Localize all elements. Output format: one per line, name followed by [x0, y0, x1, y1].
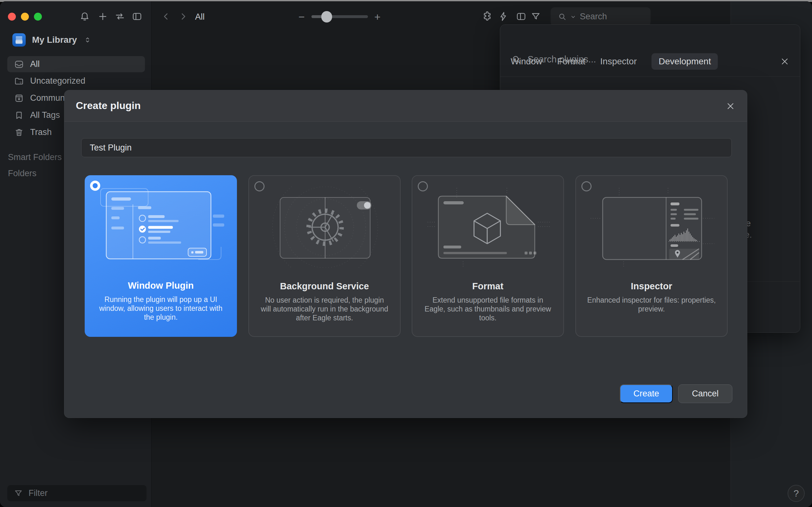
window-zoom-button[interactable] — [34, 13, 42, 20]
zoom-out-button[interactable]: − — [299, 11, 305, 23]
window-minimize-button[interactable] — [21, 13, 29, 20]
sidebar-item-uncategorized[interactable]: ? Uncategorized — [7, 73, 145, 89]
card-description: Enhanced inspector for files: properties… — [587, 296, 716, 314]
window-close-button[interactable] — [8, 13, 16, 20]
card-title: Format — [412, 281, 563, 291]
library-icon — [12, 33, 26, 47]
format-illustration — [425, 187, 552, 268]
tab-inspector[interactable]: Inspector — [600, 53, 637, 70]
sidebar-section-smart-folders[interactable]: Smart Folders — [8, 153, 62, 162]
background-service-illustration — [262, 187, 389, 268]
help-button[interactable]: ? — [788, 485, 805, 502]
app-window: All − + — [0, 1, 812, 507]
search-icon — [558, 12, 567, 21]
svg-text:?: ? — [20, 81, 21, 85]
sidebar-section-folders[interactable]: Folders — [8, 169, 37, 178]
card-description: Extend unsupported file formats in Eagle… — [423, 296, 553, 322]
zoom-slider-thumb[interactable] — [321, 11, 332, 22]
option-card-background-service[interactable]: Background Service No user action is req… — [248, 175, 401, 337]
forward-icon[interactable] — [177, 11, 189, 22]
notifications-icon[interactable] — [79, 11, 90, 22]
window-plugin-illustration — [97, 186, 224, 267]
bookmark-icon — [14, 110, 24, 120]
dialog-title: Create plugin — [76, 100, 141, 112]
zoom-in-button[interactable]: + — [374, 11, 380, 23]
filter-placeholder: Filter — [29, 488, 48, 498]
inbox-icon — [14, 59, 24, 69]
inspector-illustration — [589, 187, 716, 268]
trash-icon — [14, 127, 24, 137]
breadcrumb: All — [195, 12, 205, 22]
folder-question-icon: ? — [14, 76, 24, 86]
card-description: Running the plugin will pop up a UI wind… — [96, 295, 226, 322]
sidebar-item-label: Trash — [30, 127, 52, 137]
filter-icon[interactable] — [530, 11, 541, 22]
tab-window[interactable]: Window — [511, 53, 542, 70]
card-description: No user action is required, the plugin w… — [260, 296, 389, 322]
option-card-format[interactable]: Format Extend unsupported file formats i… — [412, 175, 564, 337]
cancel-button[interactable]: Cancel — [678, 384, 732, 403]
plugin-icon[interactable] — [482, 11, 493, 22]
tab-format[interactable]: Format — [557, 53, 586, 70]
back-icon[interactable] — [161, 11, 171, 22]
card-title: Window Plugin — [85, 280, 237, 291]
create-plugin-dialog: Create plugin — [64, 90, 747, 418]
global-search-field[interactable] — [551, 7, 651, 26]
add-icon[interactable] — [97, 11, 108, 22]
plugin-name-input[interactable] — [81, 138, 732, 157]
archive-down-icon — [14, 93, 24, 103]
library-switcher[interactable]: My Library — [12, 33, 92, 47]
actions-icon[interactable] — [498, 11, 509, 22]
transfer-icon[interactable] — [114, 11, 125, 22]
close-icon[interactable] — [780, 56, 790, 66]
chevron-down-icon[interactable] — [570, 13, 577, 20]
filter-funnel-icon — [14, 489, 23, 498]
panel-divider — [500, 76, 800, 77]
chevron-up-down-icon — [84, 36, 92, 44]
zoom-slider[interactable] — [311, 15, 368, 18]
option-card-window-plugin[interactable]: Window Plugin Running the plugin will po… — [85, 175, 237, 337]
search-input[interactable] — [579, 11, 635, 22]
card-title: Inspector — [576, 281, 727, 291]
sidebar-item-all[interactable]: All — [7, 56, 145, 72]
layout-icon[interactable] — [516, 11, 526, 22]
plugins-tabs: Window Format Inspector Development — [511, 52, 718, 70]
library-name: My Library — [32, 35, 77, 45]
close-icon[interactable] — [725, 101, 735, 111]
sidebar-item-label: All — [30, 59, 40, 69]
option-card-inspector[interactable]: Inspector Enhanced inspector for files: … — [575, 175, 728, 337]
dialog-header — [64, 90, 747, 122]
sidebar-toggle-icon[interactable] — [132, 11, 142, 22]
create-button[interactable]: Create — [620, 384, 673, 403]
card-title: Background Service — [249, 281, 400, 291]
tab-development[interactable]: Development — [652, 53, 718, 70]
sidebar-item-label: Uncategorized — [30, 76, 85, 86]
sidebar-item-label: All Tags — [30, 110, 60, 120]
sidebar-filter-field[interactable]: Filter — [7, 485, 147, 501]
